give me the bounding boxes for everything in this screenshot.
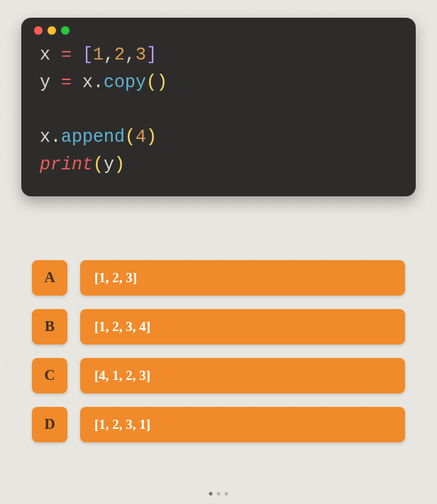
answer-text: [1, 2, 3] bbox=[80, 260, 405, 296]
code-content: x = [1,2,3] y = x.copy() x.append(4) pri… bbox=[34, 42, 403, 179]
minimize-icon bbox=[48, 26, 56, 35]
answer-text: [1, 2, 3, 1] bbox=[80, 407, 405, 442]
answer-text: [1, 2, 3, 4] bbox=[80, 309, 405, 345]
pagination-dots bbox=[209, 492, 228, 495]
page-dot bbox=[225, 492, 228, 495]
page-dot bbox=[217, 492, 221, 495]
answer-option-b[interactable]: B [1, 2, 3, 4] bbox=[32, 309, 405, 345]
code-line-blank bbox=[40, 97, 403, 125]
answer-text: [4, 1, 2, 3] bbox=[80, 358, 405, 393]
code-window: x = [1,2,3] y = x.copy() x.append(4) pri… bbox=[21, 18, 416, 196]
answer-option-c[interactable]: C [4, 1, 2, 3] bbox=[32, 358, 405, 393]
answer-option-d[interactable]: D [1, 2, 3, 1] bbox=[32, 407, 405, 442]
code-line-4: x.append(4) bbox=[40, 124, 403, 152]
window-controls bbox=[34, 26, 403, 35]
maximize-icon bbox=[61, 26, 70, 35]
answer-letter: C bbox=[32, 358, 67, 393]
page-dot-active bbox=[209, 492, 213, 495]
answer-letter: A bbox=[32, 260, 67, 296]
answer-option-a[interactable]: A [1, 2, 3] bbox=[32, 260, 405, 296]
code-line-2: y = x.copy() bbox=[40, 69, 403, 97]
code-line-5: print(y) bbox=[40, 152, 403, 179]
answer-letter: D bbox=[32, 407, 67, 442]
close-icon bbox=[34, 26, 43, 35]
answer-letter: B bbox=[32, 309, 67, 345]
answer-list: A [1, 2, 3] B [1, 2, 3, 4] C [4, 1, 2, 3… bbox=[21, 260, 416, 442]
code-line-1: x = [1,2,3] bbox=[40, 42, 403, 69]
